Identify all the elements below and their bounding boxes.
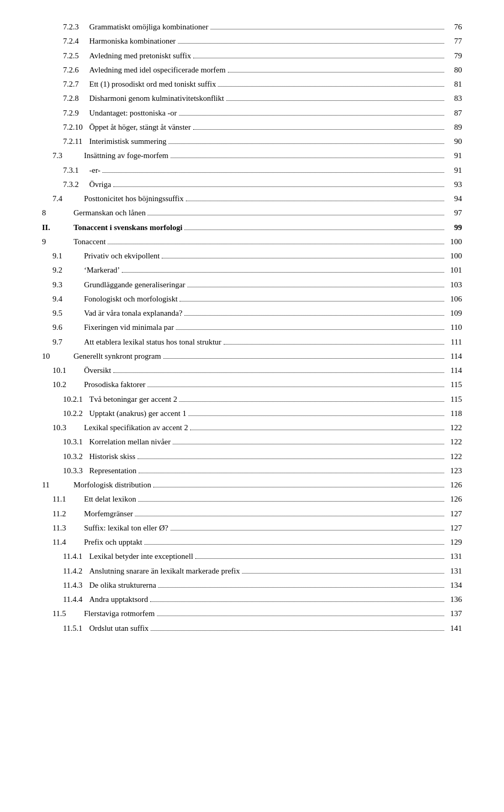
toc-title: Undantaget: posttoniska -or <box>89 107 177 119</box>
toc-title: Att etablera lexikal status hos tonal st… <box>84 336 222 348</box>
toc-title: Prefix och upptakt <box>84 536 142 548</box>
toc-entry: 11.1Ett delat lexikon126 <box>42 493 462 505</box>
toc-title: Morfologisk distribution <box>74 479 151 491</box>
toc-number: 7.2.4 <box>42 35 89 47</box>
toc-entry: 10.3Lexikal specifikation av accent 2122 <box>42 422 462 434</box>
toc-entry: 9.5Vad är våra tonala explananda?109 <box>42 307 462 319</box>
toc-entry: 9.6Fixeringen vid minimala par110 <box>42 321 462 334</box>
toc-number: 11.2 <box>42 508 84 520</box>
toc-page-number: 79 <box>446 50 462 62</box>
toc-page-number: 126 <box>446 479 462 491</box>
toc-title: Tonaccent i svenskans morfologi <box>74 222 182 234</box>
toc-title: Två betoningar ger accent 2 <box>89 393 177 405</box>
toc-number: 11.4 <box>42 536 84 548</box>
toc-page-number: 131 <box>446 565 462 577</box>
toc-title: Anslutning snarare än lexikalt markerade… <box>89 565 240 577</box>
toc-page-number: 129 <box>446 536 462 548</box>
toc-title: Fixeringen vid minimala par <box>84 321 174 334</box>
toc-title: Posttonicitet hos böjningssuffix <box>84 193 184 205</box>
toc-entry: 10.3.3Representation123 <box>42 465 462 477</box>
toc-title: Andra upptaktsord <box>89 594 148 606</box>
toc-number: 11.5 <box>42 608 84 620</box>
toc-page-number: 77 <box>446 35 462 47</box>
toc-dots <box>113 372 444 373</box>
toc-number: 10.3.3 <box>42 465 89 477</box>
toc-dots <box>153 487 444 487</box>
toc-dots <box>171 158 444 158</box>
toc-number: 9.6 <box>42 321 84 334</box>
toc-title: Disharmoni genom kulminativitetskonflikt <box>89 92 224 105</box>
toc-number: 11.3 <box>42 522 84 534</box>
toc-entry: 7.2.9Undantaget: posttoniska -or87 <box>42 107 462 119</box>
toc-dots <box>193 58 444 58</box>
toc-title: Representation <box>89 465 136 477</box>
toc-page-number: 90 <box>446 136 462 148</box>
toc-title: Insättning av foge-morfem <box>84 150 169 162</box>
toc-dots <box>139 473 444 473</box>
toc-page-number: 91 <box>446 164 462 176</box>
toc-entry: 11.4.3De olika strukturerna134 <box>42 579 462 591</box>
toc-title: Ett delat lexikon <box>84 493 136 505</box>
toc-number: 9 <box>42 236 74 248</box>
toc-page-number: 93 <box>446 179 462 191</box>
toc-title: Vad är våra tonala explananda? <box>84 307 182 319</box>
toc-entry: 11.4.1Lexikal betyder inte exceptionell1… <box>42 550 462 563</box>
toc-entry: II.Tonaccent i svenskans morfologi99 <box>42 222 462 234</box>
toc-page-number: 91 <box>446 150 462 162</box>
toc-title: Avledning med idel ospecificerade morfem <box>89 64 226 76</box>
toc-entry: 11.5.1Ordslut utan suffix141 <box>42 622 462 634</box>
toc-number: 9.5 <box>42 307 84 319</box>
toc-number: 7.3 <box>42 150 84 162</box>
toc-page-number: 111 <box>446 336 462 348</box>
toc-entry: 9.7Att etablera lexikal status hos tonal… <box>42 336 462 348</box>
toc-dots <box>224 344 444 345</box>
toc-entry: 7.4Posttonicitet hos böjningssuffix94 <box>42 193 462 205</box>
toc-entry: 7.2.6Avledning med idel ospecificerade m… <box>42 64 462 76</box>
toc-dots <box>188 415 444 416</box>
toc-number: 7.4 <box>42 193 84 205</box>
toc-entry: 9.4Fonologiskt och morfologiskt106 <box>42 293 462 305</box>
toc-entry: 10.2.2Upptakt (anakrus) ger accent 1118 <box>42 408 462 420</box>
toc-number: 7.3.2 <box>42 179 89 191</box>
toc-number: 10.3 <box>42 422 84 434</box>
toc-page-number: 126 <box>446 493 462 505</box>
toc-dots <box>113 186 444 187</box>
toc-dots <box>179 115 444 116</box>
toc-number: 7.2.8 <box>42 92 89 105</box>
toc-number: 10.3.1 <box>42 436 89 448</box>
toc-entry: 7.2.3Grammatiskt omöjliga kombinationer7… <box>42 21 462 33</box>
toc-dots <box>211 29 444 29</box>
toc-title: Tonaccent <box>74 236 106 248</box>
toc-page-number: 99 <box>446 222 462 234</box>
toc-dots <box>122 272 444 273</box>
toc-entry: 11.4.2Anslutning snarare än lexikalt mar… <box>42 565 462 577</box>
toc-dots <box>138 501 444 502</box>
toc-title: Harmoniska kombinationer <box>89 35 176 47</box>
toc-page-number: 110 <box>446 321 462 334</box>
toc-title: Prosodiska faktorer <box>84 379 145 391</box>
toc-entry: 7.3.1-er-91 <box>42 164 462 176</box>
toc-number: 10.1 <box>42 365 84 377</box>
toc-title: Generellt synkront program <box>74 350 161 362</box>
toc-page-number: 87 <box>446 107 462 119</box>
toc-page-number: 101 <box>446 264 462 276</box>
toc-dots <box>163 358 444 359</box>
toc-number: 9.4 <box>42 293 84 305</box>
toc-number: 10.2.2 <box>42 408 89 420</box>
toc-title: Översikt <box>84 365 111 377</box>
toc-page-number: 81 <box>446 78 462 90</box>
toc-entry: 7.2.8Disharmoni genom kulminativitetskon… <box>42 92 462 105</box>
toc-entry: 10.3.1Korrelation mellan nivåer122 <box>42 436 462 448</box>
toc-dots <box>226 100 444 101</box>
toc-dots <box>169 143 444 144</box>
toc-number: 7.2.7 <box>42 78 89 90</box>
toc-entry: 7.3.2Övriga93 <box>42 179 462 191</box>
toc-number: 11.1 <box>42 493 84 505</box>
toc-number: 7.2.10 <box>42 121 89 133</box>
toc-dots <box>180 301 444 301</box>
toc-dots <box>186 201 444 201</box>
toc-page-number: 106 <box>446 293 462 305</box>
toc-title: Grundläggande generaliseringar <box>84 279 185 291</box>
toc-entry: 10Generellt synkront program114 <box>42 350 462 362</box>
toc-title: Korrelation mellan nivåer <box>89 436 171 448</box>
